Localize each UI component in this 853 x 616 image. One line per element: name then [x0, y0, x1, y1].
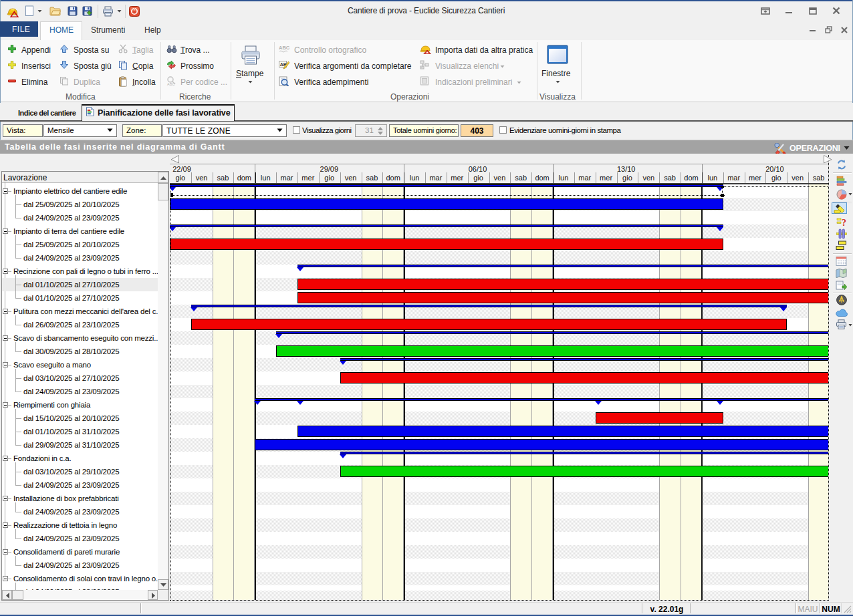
svg-text:?: ? [842, 218, 846, 228]
svg-text:ABC: ABC [167, 82, 174, 86]
svg-text:ABC: ABC [279, 45, 290, 51]
